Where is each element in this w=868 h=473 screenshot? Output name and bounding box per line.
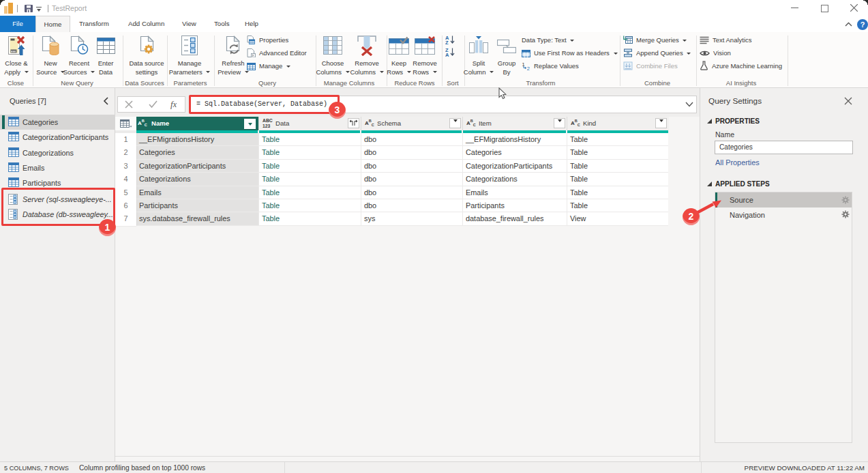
svg-text:A: A <box>445 52 449 57</box>
svg-text:Z: Z <box>445 40 449 45</box>
svg-text:2: 2 <box>527 66 530 71</box>
